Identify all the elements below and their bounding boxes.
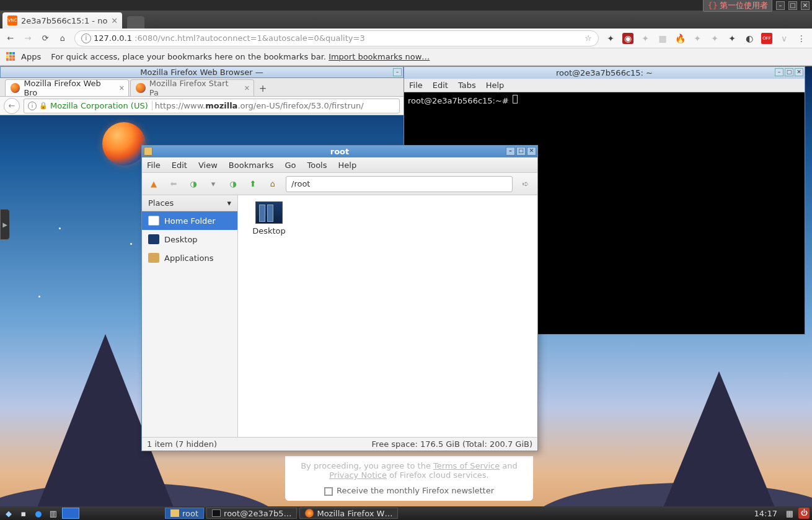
chevron-down-icon: ▾ (227, 198, 231, 208)
minimize-button[interactable]: – (775, 68, 783, 76)
launcher-icon[interactable]: ▥ (47, 508, 60, 519)
nav-back-button[interactable]: ⬅ (167, 177, 180, 191)
site-info-icon[interactable]: i (81, 33, 91, 43)
host-maximize-button[interactable]: □ (788, 1, 797, 10)
apps-label[interactable]: Apps (21, 52, 41, 61)
star-decoration (130, 243, 132, 245)
chrome-menu-icon[interactable]: ⋮ (796, 33, 807, 44)
nav-history-button[interactable]: ▾ (206, 177, 220, 191)
novnc-handle[interactable]: ▶ (0, 209, 10, 240)
firefox-new-tab-button[interactable]: + (255, 81, 270, 96)
taskbar-task[interactable]: root (165, 508, 204, 519)
extension-icon[interactable]: ◐ (744, 33, 755, 44)
menu-help[interactable]: Help (486, 81, 505, 90)
tray-icon[interactable]: ▦ (783, 508, 796, 519)
nav-reload-button[interactable]: ◑ (226, 177, 240, 191)
nav-up-button[interactable]: ⬆ (246, 177, 260, 191)
close-button[interactable]: ✕ (795, 68, 803, 76)
apps-icon[interactable] (6, 52, 16, 62)
extension-icon[interactable]: ✦ (709, 33, 720, 44)
task-label: root (182, 509, 198, 518)
extension-icon[interactable]: ▦ (657, 33, 668, 44)
minimize-button[interactable]: – (506, 147, 515, 156)
task-label: root@2e3a7b5… (224, 509, 291, 518)
taskbar-task[interactable]: root@2e3a7b5… (206, 508, 297, 519)
launcher-icon[interactable]: ● (32, 508, 45, 519)
import-bookmarks-link[interactable]: Import bookmarks now… (329, 52, 430, 61)
terminal-title: root@2e3a7b566c15: ~ (556, 68, 653, 77)
extension-icon[interactable]: ✦ (692, 33, 703, 44)
firefox-tab[interactable]: Mozilla Firefox Start Pa✕ (130, 79, 254, 96)
extension-icon[interactable]: OFF (761, 33, 772, 44)
omnibox-host: 127.0.0.1 (94, 33, 132, 43)
firefox-back-button[interactable]: ← (4, 98, 20, 114)
close-tab-icon[interactable]: ✕ (119, 84, 125, 92)
taskbar-task[interactable]: Mozilla Firefox W… (299, 508, 398, 519)
launcher-icon[interactable]: ▪ (17, 508, 30, 519)
nav-forward-button[interactable]: ◑ (187, 177, 200, 191)
maximize-button[interactable]: □ (516, 147, 526, 156)
menu-bookmarks[interactable]: Bookmarks (229, 161, 274, 170)
path-go-button[interactable]: ➪ (519, 177, 532, 191)
host-minimize-button[interactable]: – (776, 1, 785, 10)
star-icon[interactable]: ☆ (585, 33, 592, 43)
file-view[interactable]: Desktop (238, 195, 537, 437)
tos-link[interactable]: Terms of Service (433, 461, 500, 470)
omnibox-path: :6080/vnc.html?autoconnect=1&autoscale=0… (135, 33, 365, 43)
extensions-icon[interactable]: ✦ (605, 33, 616, 44)
menu-edit[interactable]: Edit (433, 81, 448, 90)
maximize-button[interactable]: □ (785, 68, 793, 76)
back-button[interactable]: ← (5, 33, 16, 44)
extension-icon[interactable]: 🔥 (674, 33, 686, 44)
home-button[interactable]: ⌂ (266, 177, 280, 191)
app-menu-button[interactable]: ◆ (2, 508, 15, 519)
ublock-icon[interactable]: ◉ (622, 33, 633, 44)
close-button[interactable]: ✕ (527, 147, 536, 156)
desktop-icon (148, 234, 159, 244)
extension-icon[interactable]: ✦ (726, 33, 738, 44)
newsletter-checkbox[interactable] (324, 487, 333, 496)
file-manager-titlebar[interactable]: root – □ ✕ (142, 146, 537, 157)
vnc-viewport[interactable]: ▶ Mozilla Firefox Web Browser — – Mozill… (0, 66, 812, 520)
new-tab-button[interactable] (127, 16, 144, 29)
sidebar-item-home[interactable]: Home Folder (142, 211, 237, 230)
firefox-titlebar[interactable]: Mozilla Firefox Web Browser — – (0, 66, 404, 78)
menu-view[interactable]: View (198, 161, 218, 170)
extension-icon[interactable]: ∨ (779, 33, 790, 44)
show-desktop-button[interactable] (62, 508, 79, 519)
firefox-urlbar[interactable]: i 🔒 Mozilla Corporation (US) https://www… (24, 99, 400, 113)
menu-go[interactable]: Go (285, 161, 296, 170)
privacy-link[interactable]: Privacy Notice (329, 470, 387, 480)
folder-label: Desktop (252, 226, 286, 236)
menu-help[interactable]: Help (338, 161, 357, 170)
chrome-tab[interactable]: VNC 2e3a7b566c15:1 - no ✕ (2, 12, 122, 29)
menu-tools[interactable]: Tools (307, 161, 327, 170)
sidebar-item-desktop[interactable]: Desktop (142, 230, 237, 249)
close-tab-icon[interactable]: ✕ (244, 84, 250, 92)
file-manager-window[interactable]: root – □ ✕ File Edit View Bookmarks Go T… (141, 145, 538, 451)
logout-button[interactable]: ⏻ (798, 508, 810, 519)
site-identity[interactable]: Mozilla Corporation (US) (50, 101, 152, 110)
status-items: 1 item (7 hidden) (147, 439, 217, 449)
firefox-url-text: https://www.mozilla.org/en-US/firefox/53… (155, 101, 364, 110)
menu-file[interactable]: File (147, 161, 161, 170)
minimize-button[interactable]: – (393, 68, 402, 76)
firefox-tab[interactable]: Mozilla Firefox Web Bro✕ (5, 79, 129, 96)
taskbar-clock[interactable]: 14:17 (751, 509, 781, 518)
close-tab-icon[interactable]: ✕ (111, 16, 118, 24)
reload-button[interactable]: ⟳ (40, 33, 51, 44)
places-header[interactable]: Places▾ (142, 195, 237, 211)
path-bar[interactable]: /root (286, 176, 513, 192)
sidebar-item-applications[interactable]: Applications (142, 249, 237, 267)
host-close-button[interactable]: ✕ (801, 1, 810, 10)
site-info-icon[interactable]: i (28, 102, 37, 110)
omnibox[interactable]: i 127.0.0.1:6080/vnc.html?autoconnect=1&… (74, 30, 599, 46)
folder-item-desktop[interactable]: Desktop (244, 201, 294, 236)
menu-edit[interactable]: Edit (172, 161, 187, 170)
menu-file[interactable]: File (409, 81, 423, 90)
forward-button[interactable]: → (22, 33, 33, 44)
home-button[interactable]: ⌂ (57, 33, 68, 44)
terminal-titlebar[interactable]: root@2e3a7b566c15: ~ – □ ✕ (404, 67, 805, 79)
extension-icon[interactable]: ✦ (640, 33, 651, 44)
menu-tabs[interactable]: Tabs (458, 81, 476, 90)
